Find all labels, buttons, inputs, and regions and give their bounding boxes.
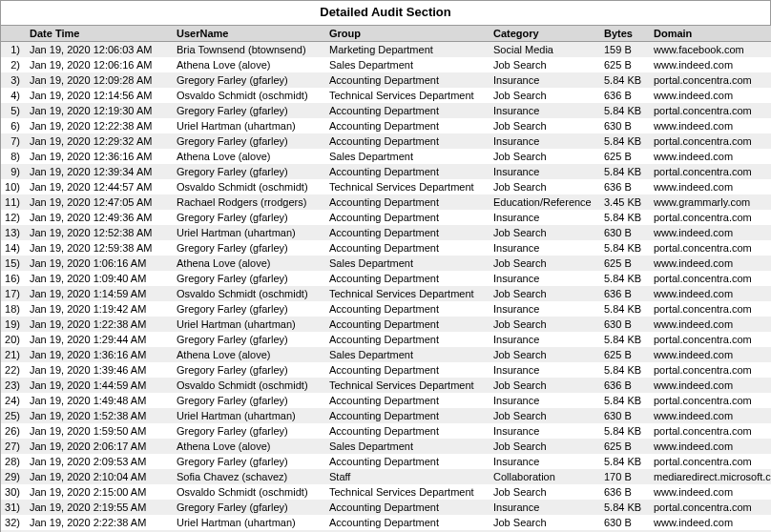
table-row[interactable]: 11)Jan 19, 2020 12:47:05 AMRachael Rodge… <box>1 194 771 210</box>
table-row[interactable]: 7)Jan 19, 2020 12:29:32 AMGregory Farley… <box>1 133 771 149</box>
table-row[interactable]: 24)Jan 19, 2020 1:49:48 AMGregory Farley… <box>1 393 771 408</box>
table-row[interactable]: 15)Jan 19, 2020 1:06:16 AMAthena Love (a… <box>1 256 771 271</box>
table-row[interactable]: 18)Jan 19, 2020 1:19:42 AMGregory Farley… <box>1 301 771 317</box>
table-row[interactable]: 25)Jan 19, 2020 1:52:38 AMUriel Hartman … <box>1 408 771 423</box>
cell-bytes: 5.84 KB <box>600 103 650 118</box>
table-row[interactable]: 29)Jan 19, 2020 2:10:04 AMSofia Chavez (… <box>1 469 771 484</box>
cell-group: Accounting Department <box>325 408 490 423</box>
cell-group: Marketing Department <box>325 42 490 58</box>
cell-datetime: Jan 19, 2020 1:22:38 AM <box>26 317 173 332</box>
table-row[interactable]: 3)Jan 19, 2020 12:09:28 AMGregory Farley… <box>1 72 771 88</box>
cell-datetime: Jan 19, 2020 12:19:30 AM <box>26 103 173 118</box>
row-number: 12) <box>1 210 26 225</box>
table-row[interactable]: 27)Jan 19, 2020 2:06:17 AMAthena Love (a… <box>1 439 771 454</box>
cell-group: Accounting Department <box>325 103 490 118</box>
table-row[interactable]: 5)Jan 19, 2020 12:19:30 AMGregory Farley… <box>1 103 771 118</box>
cell-category: Insurance <box>490 301 600 317</box>
cell-bytes: 636 B <box>600 179 650 194</box>
table-row[interactable]: 19)Jan 19, 2020 1:22:38 AMUriel Hartman … <box>1 317 771 332</box>
cell-username: Uriel Hartman (uhartman) <box>173 515 325 530</box>
cell-bytes: 170 B <box>600 469 650 484</box>
cell-domain: portal.concentra.com <box>650 133 771 149</box>
cell-bytes: 625 B <box>600 149 650 164</box>
cell-group: Technical Services Department <box>325 286 490 301</box>
cell-datetime: Jan 19, 2020 12:47:05 AM <box>26 194 173 210</box>
row-number: 13) <box>1 225 26 240</box>
cell-datetime: Jan 19, 2020 1:49:48 AM <box>26 393 173 408</box>
cell-group: Accounting Department <box>325 362 490 378</box>
table-row[interactable]: 12)Jan 19, 2020 12:49:36 AMGregory Farle… <box>1 210 771 225</box>
cell-datetime: Jan 19, 2020 2:15:00 AM <box>26 484 173 500</box>
section-title: Detailed Audit Section <box>1 1 770 25</box>
cell-bytes: 5.84 KB <box>600 332 650 347</box>
cell-group: Technical Services Department <box>325 179 490 194</box>
cell-datetime: Jan 19, 2020 1:19:42 AM <box>26 301 173 317</box>
audit-table: Date Time UserName Group Category Bytes … <box>1 25 771 532</box>
cell-bytes: 5.84 KB <box>600 240 650 256</box>
table-row[interactable]: 10)Jan 19, 2020 12:44:57 AMOsvaldo Schmi… <box>1 179 771 194</box>
cell-group: Sales Department <box>325 149 490 164</box>
table-row[interactable]: 26)Jan 19, 2020 1:59:50 AMGregory Farley… <box>1 423 771 439</box>
col-group[interactable]: Group <box>325 26 490 42</box>
table-row[interactable]: 17)Jan 19, 2020 1:14:59 AMOsvaldo Schmid… <box>1 286 771 301</box>
cell-category: Job Search <box>490 378 600 393</box>
table-row[interactable]: 16)Jan 19, 2020 1:09:40 AMGregory Farley… <box>1 271 771 286</box>
cell-bytes: 5.84 KB <box>600 133 650 149</box>
cell-domain: portal.concentra.com <box>650 72 771 88</box>
cell-username: Gregory Farley (gfarley) <box>173 500 325 515</box>
cell-domain: www.indeed.com <box>650 57 771 72</box>
cell-bytes: 5.84 KB <box>600 164 650 179</box>
cell-datetime: Jan 19, 2020 2:06:17 AM <box>26 439 173 454</box>
cell-group: Accounting Department <box>325 423 490 439</box>
cell-category: Insurance <box>490 423 600 439</box>
cell-category: Job Search <box>490 439 600 454</box>
table-row[interactable]: 6)Jan 19, 2020 12:22:38 AMUriel Hartman … <box>1 118 771 133</box>
cell-domain: www.indeed.com <box>650 225 771 240</box>
cell-category: Job Search <box>490 225 600 240</box>
row-number: 6) <box>1 118 26 133</box>
cell-domain: portal.concentra.com <box>650 332 771 347</box>
cell-username: Gregory Farley (gfarley) <box>173 271 325 286</box>
table-row[interactable]: 1)Jan 19, 2020 12:06:03 AMBria Townsend … <box>1 42 771 58</box>
cell-username: Gregory Farley (gfarley) <box>173 301 325 317</box>
table-row[interactable]: 2)Jan 19, 2020 12:06:16 AMAthena Love (a… <box>1 57 771 72</box>
table-row[interactable]: 14)Jan 19, 2020 12:59:38 AMGregory Farle… <box>1 240 771 256</box>
cell-group: Accounting Department <box>325 332 490 347</box>
cell-bytes: 636 B <box>600 286 650 301</box>
cell-category: Job Search <box>490 286 600 301</box>
table-row[interactable]: 8)Jan 19, 2020 12:36:16 AMAthena Love (a… <box>1 149 771 164</box>
table-row[interactable]: 13)Jan 19, 2020 12:52:38 AMUriel Hartman… <box>1 225 771 240</box>
cell-domain: www.indeed.com <box>650 179 771 194</box>
col-username[interactable]: UserName <box>173 26 325 42</box>
col-category[interactable]: Category <box>490 26 600 42</box>
col-domain[interactable]: Domain <box>650 26 771 42</box>
table-row[interactable]: 28)Jan 19, 2020 2:09:53 AMGregory Farley… <box>1 454 771 469</box>
cell-domain: www.indeed.com <box>650 149 771 164</box>
table-row[interactable]: 31)Jan 19, 2020 2:19:55 AMGregory Farley… <box>1 500 771 515</box>
row-number: 31) <box>1 500 26 515</box>
cell-username: Athena Love (alove) <box>173 256 325 271</box>
col-bytes[interactable]: Bytes <box>600 26 650 42</box>
col-datetime[interactable]: Date Time <box>26 26 173 42</box>
cell-username: Gregory Farley (gfarley) <box>173 423 325 439</box>
table-row[interactable]: 4)Jan 19, 2020 12:14:56 AMOsvaldo Schmid… <box>1 88 771 103</box>
cell-category: Insurance <box>490 240 600 256</box>
cell-datetime: Jan 19, 2020 2:09:53 AM <box>26 454 173 469</box>
cell-datetime: Jan 19, 2020 2:22:38 AM <box>26 515 173 530</box>
table-row[interactable]: 22)Jan 19, 2020 1:39:46 AMGregory Farley… <box>1 362 771 378</box>
cell-group: Accounting Department <box>325 393 490 408</box>
table-row[interactable]: 30)Jan 19, 2020 2:15:00 AMOsvaldo Schmid… <box>1 484 771 500</box>
table-row[interactable]: 23)Jan 19, 2020 1:44:59 AMOsvaldo Schmid… <box>1 378 771 393</box>
table-row[interactable]: 20)Jan 19, 2020 1:29:44 AMGregory Farley… <box>1 332 771 347</box>
table-row[interactable]: 32)Jan 19, 2020 2:22:38 AMUriel Hartman … <box>1 515 771 530</box>
cell-category: Insurance <box>490 454 600 469</box>
cell-group: Accounting Department <box>325 194 490 210</box>
cell-username: Uriel Hartman (uhartman) <box>173 225 325 240</box>
cell-username: Athena Love (alove) <box>173 57 325 72</box>
cell-username: Gregory Farley (gfarley) <box>173 332 325 347</box>
cell-domain: www.indeed.com <box>650 118 771 133</box>
cell-bytes: 625 B <box>600 256 650 271</box>
table-row[interactable]: 9)Jan 19, 2020 12:39:34 AMGregory Farley… <box>1 164 771 179</box>
table-row[interactable]: 21)Jan 19, 2020 1:36:16 AMAthena Love (a… <box>1 347 771 362</box>
cell-domain: www.facebook.com <box>650 42 771 58</box>
